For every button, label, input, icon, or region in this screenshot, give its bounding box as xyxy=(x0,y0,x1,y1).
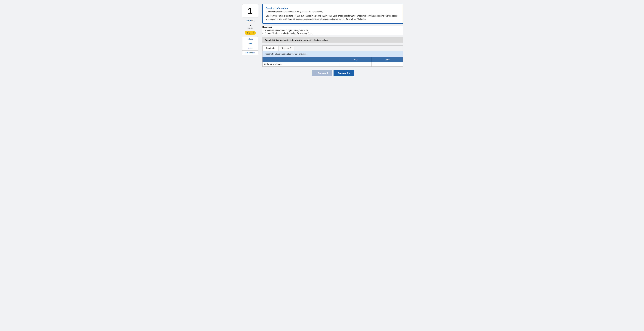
question-number-box: 1 xyxy=(242,4,258,18)
required-list: 1. Prepare Shadee's sales budget for May… xyxy=(262,30,403,34)
june-value-input[interactable] xyxy=(372,62,403,66)
points-number: 2 xyxy=(248,24,252,27)
june-input-cell[interactable] xyxy=(372,62,403,66)
part-number: 1 xyxy=(250,20,251,22)
next-button[interactable]: Required 2 › xyxy=(334,70,354,76)
question-number: 1 xyxy=(248,6,252,15)
references-link[interactable]: References xyxy=(242,50,258,55)
row-label: Budgeted Total Sales xyxy=(263,62,340,66)
budget-table: May June Budgeted Total Sales xyxy=(262,57,403,66)
sidebar: 1 Part 1 of 3 2 points Skipped eBook Hin… xyxy=(241,4,260,55)
info-box-subtitle: [The following information applies to th… xyxy=(266,10,400,13)
may-input-cell[interactable] xyxy=(340,62,372,66)
tabs-header: Required 1 Required 2 xyxy=(262,46,403,51)
ebook-link[interactable]: eBook xyxy=(242,37,258,41)
info-box-title: Required information xyxy=(266,7,400,10)
part-label: Part xyxy=(246,20,249,22)
instruction-bar: Complete this question by entering your … xyxy=(262,37,403,43)
required-label: Required: xyxy=(262,26,403,28)
tab-required2[interactable]: Required 2 xyxy=(278,46,294,51)
points-label: points xyxy=(248,27,252,29)
part-underline xyxy=(248,22,253,22)
next-label: Required 2 xyxy=(338,72,348,74)
print-link[interactable]: Print xyxy=(242,46,258,50)
tab-description: Prepare Shadee's sales budget for May an… xyxy=(262,51,403,57)
prev-label: Required 1 xyxy=(318,72,328,74)
instruction-text: Complete this question by entering your … xyxy=(265,39,328,41)
part-of-indicator: Part 1 of 3 xyxy=(246,20,254,22)
nav-buttons: ‹ Required 1 Required 2 › xyxy=(262,70,403,76)
list-item-number: 1. xyxy=(262,30,264,32)
tab-required1[interactable]: Required 1 xyxy=(262,46,278,51)
prev-button[interactable]: ‹ Required 1 xyxy=(312,70,332,76)
list-item-text: Prepare Shadee's sales budget for May an… xyxy=(264,30,308,32)
main-content: Required information [The following info… xyxy=(262,4,403,76)
list-item-number: 2. xyxy=(262,32,264,34)
hint-link[interactable]: Hint xyxy=(242,41,258,46)
list-item: 1. Prepare Shadee's sales budget for May… xyxy=(262,30,403,32)
prev-icon: ‹ xyxy=(316,72,316,74)
required-section: Required: 1. Prepare Shadee's sales budg… xyxy=(262,26,403,35)
table-header-empty xyxy=(263,57,340,62)
list-item-text: Prepare Shadee's production budget for M… xyxy=(264,32,313,34)
points-section: 2 points xyxy=(248,24,252,29)
sidebar-links: eBook Hint Print References xyxy=(242,36,258,55)
table-header-june: June xyxy=(372,57,403,62)
tab-content: Prepare Shadee's sales budget for May an… xyxy=(262,51,403,66)
info-box-body: Shadee Corporation expects to sell 600 s… xyxy=(266,14,400,20)
table-header-may: May xyxy=(340,57,372,62)
may-value-input[interactable] xyxy=(340,62,371,66)
list-item: 2. Prepare Shadee's production budget fo… xyxy=(262,32,403,34)
part-of-total: of 3 xyxy=(252,20,254,22)
next-icon: › xyxy=(349,72,350,74)
tabs-container: Required 1 Required 2 Prepare Shadee's s… xyxy=(262,46,403,67)
info-box: Required information [The following info… xyxy=(262,4,403,24)
table-row: Budgeted Total Sales xyxy=(263,62,403,66)
status-badge: Skipped xyxy=(244,31,256,35)
